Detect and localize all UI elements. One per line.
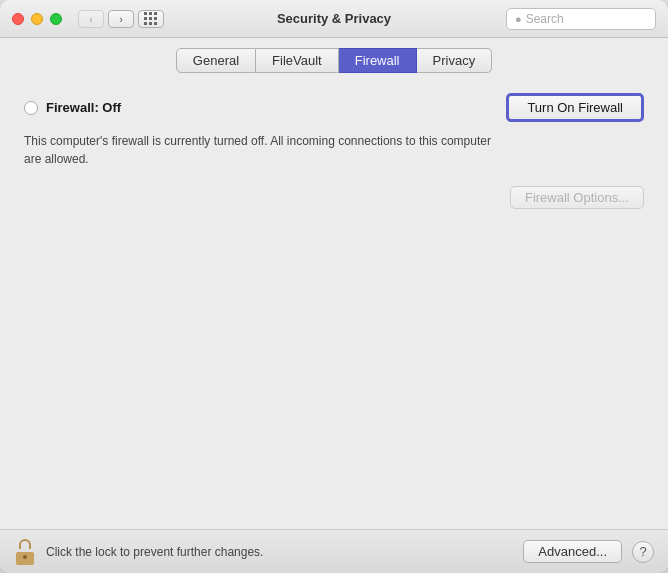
lock-keyhole: [23, 555, 27, 559]
help-button[interactable]: ?: [632, 541, 654, 563]
content-area: Firewall: Off Turn On Firewall This comp…: [0, 73, 668, 529]
traffic-lights: [12, 13, 62, 25]
search-icon: ●: [515, 13, 522, 25]
firewall-row: Firewall: Off Turn On Firewall: [24, 93, 644, 122]
back-button[interactable]: ‹: [78, 10, 104, 28]
turn-on-firewall-button[interactable]: Turn On Firewall: [506, 93, 644, 122]
firewall-options-button[interactable]: Firewall Options...: [510, 186, 644, 209]
window-title: Security & Privacy: [277, 11, 391, 26]
bottom-bar: Click the lock to prevent further change…: [0, 529, 668, 573]
forward-button[interactable]: ›: [108, 10, 134, 28]
tab-general[interactable]: General: [176, 48, 256, 73]
search-placeholder: Search: [526, 12, 564, 26]
grid-button[interactable]: [138, 10, 164, 28]
tab-bar: General FileVault Firewall Privacy: [0, 38, 668, 73]
firewall-radio[interactable]: [24, 101, 38, 115]
lock-body: [16, 552, 34, 565]
tab-firewall[interactable]: Firewall: [339, 48, 417, 73]
advanced-button[interactable]: Advanced...: [523, 540, 622, 563]
lock-text: Click the lock to prevent further change…: [46, 545, 513, 559]
close-button[interactable]: [12, 13, 24, 25]
maximize-button[interactable]: [50, 13, 62, 25]
titlebar: ‹ › Security & Privacy ● Search: [0, 0, 668, 38]
lock-shackle: [19, 539, 31, 549]
grid-icon: [144, 12, 158, 26]
firewall-status: Firewall: Off: [24, 100, 121, 115]
firewall-description: This computer's firewall is currently tu…: [24, 132, 504, 168]
tab-privacy[interactable]: Privacy: [417, 48, 493, 73]
main-window: ‹ › Security & Privacy ● Search General …: [0, 0, 668, 573]
tab-filevault[interactable]: FileVault: [256, 48, 339, 73]
nav-buttons: ‹ ›: [78, 10, 134, 28]
firewall-status-label: Firewall: Off: [46, 100, 121, 115]
lock-icon[interactable]: [14, 539, 36, 565]
minimize-button[interactable]: [31, 13, 43, 25]
search-box[interactable]: ● Search: [506, 8, 656, 30]
